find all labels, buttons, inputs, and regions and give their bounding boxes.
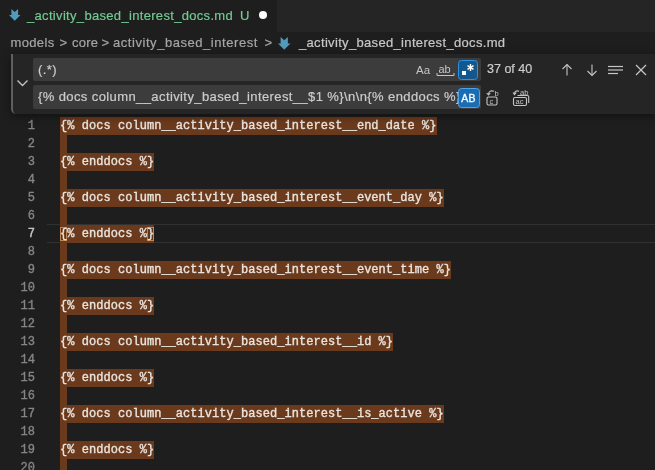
svg-text:Aa: Aa <box>416 64 431 76</box>
svg-text:ac: ac <box>516 97 524 106</box>
svg-text:ab: ab <box>439 63 451 75</box>
svg-text:c: c <box>490 97 494 106</box>
